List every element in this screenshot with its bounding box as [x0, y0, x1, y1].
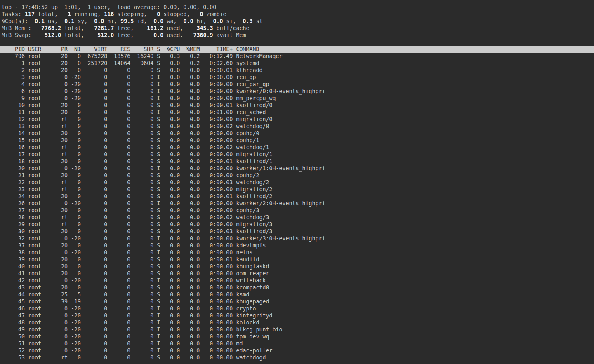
summary-label: used. [163, 32, 193, 38]
table-row: 12 root rt 0 0 0 0 S 0.0 0.0 0:00.00 mig… [0, 116, 594, 123]
table-row: 1 root 20 0 251720 14064 9604 S 0.0 0.2 … [0, 60, 594, 67]
table-row: 9 root 0 -20 0 0 0 I 0.0 0.0 0:00.00 mm_… [0, 95, 594, 102]
summary-label: total, [61, 25, 94, 31]
summary-label: buff/cache [213, 25, 249, 31]
summary-label: used, [163, 25, 196, 31]
summary-value: 0.3 [243, 18, 253, 24]
table-row: 53 root rt 0 0 0 0 S 0.0 0.0 0:00.00 wat… [0, 354, 594, 361]
summary-label: sy, [74, 18, 94, 24]
summary-uptime: top - 17:48:52 up 1:01, 1 user, load ave… [0, 4, 594, 11]
table-row: 10 root 20 0 0 0 0 S 0.0 0.0 0:00.01 kso… [0, 102, 594, 109]
summary-value: 117 [25, 11, 35, 17]
summary-label: id, [134, 18, 153, 24]
summary-mem: MiB Mem : 7768.2 total, 7261.7 free, 161… [0, 25, 594, 32]
summary-label: Tasks: [2, 11, 25, 17]
summary-label: total, [35, 11, 68, 17]
summary-label: free, [114, 32, 153, 38]
summary-label: si, [223, 18, 243, 24]
summary-label: zombie [203, 11, 226, 17]
table-row: 14 root 20 0 0 0 0 S 0.0 0.0 0:00.00 cpu… [0, 130, 594, 137]
summary-label: MiB Swap: [2, 32, 45, 38]
summary-tasks: Tasks: 117 total, 1 running, 116 sleepin… [0, 11, 594, 18]
table-row: 39 root 20 0 0 0 0 S 0.0 0.0 0:00.01 kau… [0, 256, 594, 263]
summary-label: st [253, 18, 263, 24]
table-row: 22 root rt 0 0 0 0 S 0.0 0.0 0:00.03 wat… [0, 179, 594, 186]
summary-value: 0.1 [64, 18, 74, 24]
table-row: 20 root 0 -20 0 0 0 I 0.0 0.0 0:00.00 kw… [0, 165, 594, 172]
table-row: 24 root 20 0 0 0 0 S 0.0 0.0 0:00.01 kso… [0, 193, 594, 200]
summary-label: top - 17:48:52 up 1:01, 1 user, load ave… [2, 4, 216, 10]
table-row: 52 root 0 -20 0 0 0 I 0.0 0.0 0:00.00 ed… [0, 347, 594, 354]
summary-value: 0.0 [94, 18, 104, 24]
table-row: 49 root 0 -20 0 0 0 I 0.0 0.0 0:00.00 bl… [0, 326, 594, 333]
table-row: 45 root 39 19 0 0 0 S 0.0 0.0 0:00.06 kh… [0, 298, 594, 305]
summary-value: 7261.7 [94, 25, 114, 31]
table-row: 2 root 20 0 0 0 0 S 0.0 0.0 0:00.01 kthr… [0, 67, 594, 74]
summary-value: 0.0 [213, 18, 223, 24]
summary-cpu: %Cpu(s): 0.1 us, 0.1 sy, 0.0 ni, 99.5 id… [0, 18, 594, 25]
message-line [0, 39, 594, 46]
table-row: 28 root rt 0 0 0 0 S 0.0 0.0 0:00.02 wat… [0, 214, 594, 221]
table-row: 27 root 20 0 0 0 0 S 0.0 0.0 0:00.00 cpu… [0, 207, 594, 214]
summary-label: %Cpu(s): [2, 18, 35, 24]
summary-label: MiB Mem : [2, 25, 41, 31]
table-row: 42 root 0 -20 0 0 0 I 0.0 0.0 0:00.00 wr… [0, 277, 594, 284]
summary-value: 99.5 [120, 18, 134, 24]
summary-value: 7768.2 [41, 25, 61, 31]
summary-swap: MiB Swap: 512.0 total, 512.0 free, 0.0 u… [0, 32, 594, 39]
summary-label: sleeping, [114, 11, 157, 17]
summary-label: stopped, [160, 11, 200, 17]
table-row: 51 root 0 -20 0 0 0 I 0.0 0.0 0:00.00 md [0, 340, 594, 347]
table-row: 43 root 20 0 0 0 0 S 0.0 0.0 0:00.00 kco… [0, 284, 594, 291]
table-row: 48 root 0 -20 0 0 0 I 0.0 0.0 0:00.00 kb… [0, 319, 594, 326]
terminal-screen[interactable]: top - 17:48:52 up 1:01, 1 user, load ave… [0, 0, 594, 364]
process-table: 796 root 20 0 675228 18576 16240 S 0.3 0… [0, 53, 594, 361]
summary-value: 161.2 [147, 25, 163, 31]
table-row: 6 root 0 -20 0 0 0 I 0.0 0.0 0:00.00 kwo… [0, 88, 594, 95]
table-row: 16 root rt 0 0 0 0 S 0.0 0.0 0:00.02 wat… [0, 144, 594, 151]
table-row: 3 root 0 -20 0 0 0 I 0.0 0.0 0:00.00 rcu… [0, 74, 594, 81]
table-row: 37 root 20 0 0 0 0 S 0.0 0.0 0:00.00 kde… [0, 242, 594, 249]
summary-value: 0.0 [153, 32, 163, 38]
summary-label: running, [71, 11, 104, 17]
table-row: 18 root 20 0 0 0 0 S 0.0 0.0 0:00.01 kso… [0, 158, 594, 165]
table-row: 13 root rt 0 0 0 0 S 0.0 0.0 0:00.02 wat… [0, 123, 594, 130]
table-row: 32 root 0 -20 0 0 0 I 0.0 0.0 0:00.00 kw… [0, 235, 594, 242]
summary-value: 512.0 [45, 32, 61, 38]
table-row: 29 root rt 0 0 0 0 S 0.0 0.0 0:00.00 mig… [0, 221, 594, 228]
process-table-header: PID USER PR NI VIRT RES SHR S %CPU %MEM … [0, 46, 594, 53]
table-row: 46 root 0 -20 0 0 0 I 0.0 0.0 0:00.00 cr… [0, 305, 594, 312]
table-row: 4 root 0 -20 0 0 0 I 0.0 0.0 0:00.00 rcu… [0, 81, 594, 88]
summary-label: hi, [193, 18, 213, 24]
table-row: 17 root rt 0 0 0 0 S 0.0 0.0 0:00.00 mig… [0, 151, 594, 158]
table-row: 15 root 20 0 0 0 0 S 0.0 0.0 0:00.00 cpu… [0, 137, 594, 144]
table-row: 796 root 20 0 675228 18576 16240 S 0.3 0… [0, 53, 594, 60]
summary-label: ni, [104, 18, 120, 24]
table-row: 11 root 20 0 0 0 0 I 0.0 0.0 0:01.00 rcu… [0, 109, 594, 116]
table-row: 30 root 20 0 0 0 0 S 0.0 0.0 0:00.03 kso… [0, 228, 594, 235]
table-row: 26 root 0 -20 0 0 0 I 0.0 0.0 0:00.00 kw… [0, 200, 594, 207]
table-row: 40 root 20 0 0 0 0 S 0.0 0.0 0:00.00 khu… [0, 263, 594, 270]
summary-label: wa, [163, 18, 183, 24]
summary-label: free, [114, 25, 147, 31]
table-row: 50 root 0 -20 0 0 0 I 0.0 0.0 0:00.00 tp… [0, 333, 594, 340]
summary-value: 0.0 [183, 18, 193, 24]
summary-value: 512.0 [97, 32, 114, 38]
table-row: 21 root 20 0 0 0 0 S 0.0 0.0 0:00.00 cpu… [0, 172, 594, 179]
table-row: 44 root 25 5 0 0 0 S 0.0 0.0 0:00.00 ksm… [0, 291, 594, 298]
summary-label: total, [61, 32, 97, 38]
summary-value: 7360.9 [193, 32, 213, 38]
summary-value: 0.0 [153, 18, 163, 24]
table-row: 47 root 0 -20 0 0 0 I 0.0 0.0 0:00.00 ki… [0, 312, 594, 319]
summary-value: 0.1 [35, 18, 45, 24]
summary-label: us, [45, 18, 64, 24]
summary-value: 1 [68, 11, 71, 17]
summary-value: 345.3 [196, 25, 213, 31]
table-row: 41 root 20 0 0 0 0 S 0.0 0.0 0:00.00 oom… [0, 270, 594, 277]
summary-value: 116 [104, 11, 114, 17]
summary-label: avail Mem [213, 32, 246, 38]
top-summary: top - 17:48:52 up 1:01, 1 user, load ave… [0, 4, 594, 39]
table-row: 23 root rt 0 0 0 0 S 0.0 0.0 0:00.00 mig… [0, 186, 594, 193]
table-row: 38 root 0 -20 0 0 0 I 0.0 0.0 0:00.00 ne… [0, 249, 594, 256]
